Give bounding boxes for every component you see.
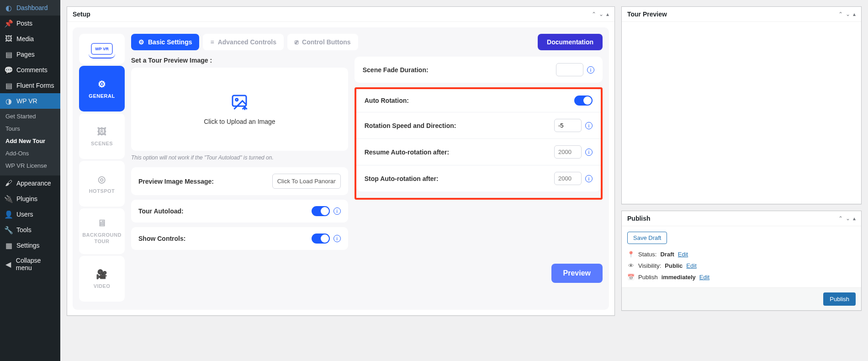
menu-appearance[interactable]: 🖌Appearance (0, 175, 60, 191)
stop-rotation-input[interactable] (554, 172, 582, 185)
sliders-icon: ▦ (5, 241, 13, 250)
upload-text: Click to Upload an Image (204, 118, 275, 125)
menu-media[interactable]: 🖼Media (0, 31, 60, 47)
edit-status-link[interactable]: Edit (678, 251, 688, 258)
setup-panel: Setup ⌃ ⌄ ▴ WP VR (67, 6, 615, 316)
visibility-label: Visibility: (638, 262, 661, 269)
vtab-video[interactable]: 🎥VIDEO (79, 256, 125, 302)
gear-icon: ⚙ (98, 79, 106, 90)
menu-collapse[interactable]: ◀Collapse menu (0, 253, 60, 275)
publish-value: immediately (662, 274, 696, 281)
show-controls-label: Show Controls: (138, 235, 185, 242)
collapse-icon: ◀ (5, 260, 12, 268)
vtab-background-tour[interactable]: 🖥BACKGROUND TOUR (79, 208, 125, 254)
show-controls-toggle[interactable] (312, 234, 330, 244)
documentation-button[interactable]: Documentation (538, 34, 603, 50)
menu-plugins[interactable]: 🔌Plugins (0, 191, 60, 207)
resume-rotation-input[interactable] (554, 145, 582, 159)
publish-button[interactable]: Publish (823, 292, 856, 306)
target-icon: ◎ (98, 174, 106, 185)
panel-up-icon[interactable]: ⌃ (592, 11, 596, 17)
panel-up-icon[interactable]: ⌃ (838, 215, 843, 222)
plugin-icon: 🔌 (5, 195, 13, 203)
info-icon[interactable]: i (333, 235, 341, 242)
setup-title: Setup (73, 11, 90, 18)
tour-autoload-toggle[interactable] (312, 206, 330, 216)
brush-icon: 🖌 (5, 179, 13, 187)
tab-advanced-controls[interactable]: ≡Advanced Controls (203, 34, 284, 50)
scene-fade-input[interactable] (556, 63, 583, 76)
menu-tools[interactable]: 🔧Tools (0, 222, 60, 238)
submenu-get-started[interactable]: Get Started (0, 110, 60, 122)
preview-message-input[interactable] (272, 174, 341, 189)
info-icon[interactable]: i (587, 66, 594, 74)
edit-publish-link[interactable]: Edit (699, 274, 709, 281)
tab-basic-settings[interactable]: ⚙Basic Settings (131, 34, 199, 50)
submenu-addons[interactable]: Add-Ons (0, 147, 60, 159)
controls-icon: ⎚ (295, 38, 298, 46)
rotation-speed-input[interactable] (554, 119, 582, 132)
image-icon: 🖼 (97, 127, 107, 137)
info-icon[interactable]: i (585, 149, 593, 156)
pages-icon: ▤ (5, 50, 13, 58)
submenu-add-new-tour[interactable]: Add New Tour (0, 135, 60, 147)
panel-down-icon[interactable]: ⌄ (846, 11, 850, 17)
info-icon[interactable]: i (585, 175, 593, 182)
pin-icon: 📌 (5, 19, 13, 27)
rotation-speed-label: Rotation Speed and Direction: (365, 122, 456, 129)
resume-rotation-label: Resume Auto-rotation after: (365, 149, 449, 156)
status-label: Status: (638, 251, 656, 258)
autoload-note: This option will not work if the "Tour A… (131, 154, 348, 161)
display-icon: 🖥 (97, 218, 107, 228)
submenu-license[interactable]: WP VR License (0, 159, 60, 172)
submenu-wpvr: Get Started Tours Add New Tour Add-Ons W… (0, 109, 60, 175)
menu-pages[interactable]: ▤Pages (0, 47, 60, 62)
info-icon[interactable]: i (333, 207, 341, 215)
panel-down-icon[interactable]: ⌄ (599, 11, 603, 17)
info-icon[interactable]: i (585, 122, 593, 129)
upload-image-icon (230, 93, 249, 111)
panel-toggle-icon[interactable]: ▴ (853, 215, 856, 222)
scene-fade-label: Scene Fade Duration: (363, 66, 429, 74)
tour-preview-body (622, 22, 861, 204)
dashboard-icon: ◐ (5, 4, 13, 12)
preview-button[interactable]: Preview (551, 264, 603, 283)
auto-rotation-toggle[interactable] (574, 96, 593, 106)
stop-rotation-label: Stop Auto-rotation after: (365, 175, 439, 182)
menu-users[interactable]: 👤Users (0, 207, 60, 222)
vtab-general[interactable]: ⚙GENERAL (79, 66, 125, 111)
comments-icon: 💬 (5, 66, 13, 74)
wpvr-logo: WP VR (79, 34, 125, 64)
panel-toggle-icon[interactable]: ▴ (606, 11, 609, 17)
media-icon: 🖼 (5, 35, 13, 43)
vtab-scenes[interactable]: 🖼SCENES (79, 113, 125, 159)
video-icon: 🎥 (96, 269, 108, 280)
status-value: Draft (660, 251, 674, 258)
save-draft-button[interactable]: Save Draft (627, 232, 667, 244)
pin-icon: 📍 (627, 251, 635, 258)
image-uploader[interactable]: Click to Upload an Image (131, 68, 348, 151)
submenu-tours[interactable]: Tours (0, 122, 60, 135)
vtab-hotspot[interactable]: ◎HOTSPOT (79, 161, 125, 207)
eye-icon: 👁 (627, 262, 635, 269)
menu-fluent-forms[interactable]: ▤Fluent Forms (0, 78, 60, 93)
forms-icon: ▤ (5, 81, 13, 90)
panel-toggle-icon[interactable]: ▴ (853, 11, 856, 17)
menu-dashboard[interactable]: ◐Dashboard (0, 0, 60, 16)
menu-wpvr[interactable]: ◑WP VR (0, 93, 60, 109)
visibility-value: Public (665, 262, 683, 269)
panel-down-icon[interactable]: ⌄ (846, 215, 850, 222)
menu-comments[interactable]: 💬Comments (0, 62, 60, 78)
publish-panel: Publish ⌃ ⌄ ▴ Save Draft 📍 Status: Draft… (621, 211, 862, 311)
menu-posts[interactable]: 📌Posts (0, 16, 60, 31)
tour-preview-panel: Tour Preview ⌃ ⌄ ▴ (621, 6, 862, 204)
panel-up-icon[interactable]: ⌃ (838, 11, 843, 17)
svg-point-1 (236, 99, 238, 101)
publish-title: Publish (627, 215, 651, 222)
publish-label: Publish (638, 274, 658, 281)
menu-settings[interactable]: ▦Settings (0, 238, 60, 253)
tab-control-buttons[interactable]: ⎚Control Buttons (287, 34, 358, 50)
auto-rotation-label: Auto Rotation: (365, 97, 409, 104)
tour-autoload-label: Tour Autoload: (138, 207, 184, 215)
edit-visibility-link[interactable]: Edit (686, 262, 696, 269)
